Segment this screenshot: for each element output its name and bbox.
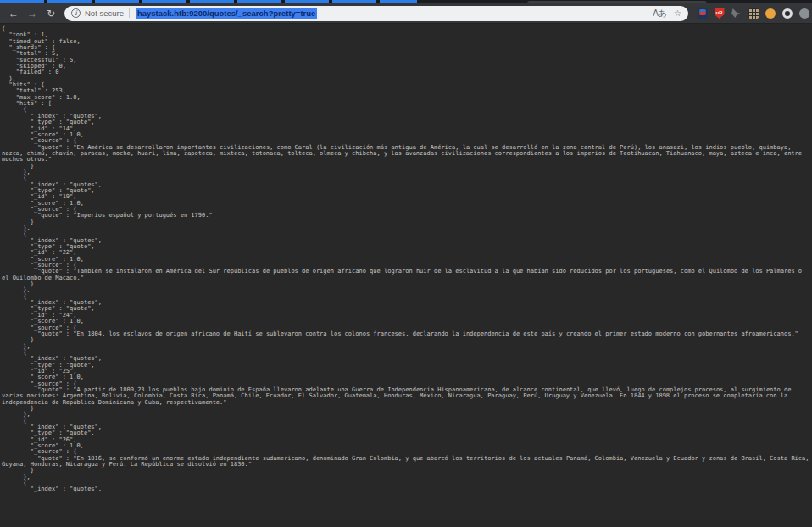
extension-pointer-icon[interactable] [731,8,742,19]
adblock-shield-icon[interactable]: uB [714,8,725,19]
extension-grid-icon[interactable] [748,8,759,19]
address-bar[interactable]: i Not secure haystack.htb:9200/quotes/_s… [64,6,688,21]
site-info-icon[interactable]: i [71,8,81,18]
tab-strip-pill [527,1,707,3]
page-viewport: { "took" : 1, "timed_out" : false, "_sha… [0,24,812,527]
json-response-body: { "took" : 1, "timed_out" : false, "_sha… [0,24,812,493]
extension-ring-icon[interactable] [781,8,793,19]
back-button[interactable]: ← [5,5,22,22]
tab-strip [0,0,812,3]
browser-toolbar: ← → ↻ i Not secure haystack.htb:9200/quo… [0,3,812,24]
reload-button[interactable]: ↻ [42,5,59,22]
tab-strip-tabs[interactable] [0,0,417,3]
extension-area: uB ⋮ [697,7,812,19]
bookmark-star-icon[interactable]: ☆ [674,8,681,18]
security-label: Not secure [85,8,124,18]
forward-button[interactable]: → [24,5,41,22]
extension-paw-icon[interactable] [798,8,809,19]
extension-mask-icon[interactable] [697,8,708,19]
extension-orange-circle-icon[interactable] [765,8,776,19]
url-text[interactable]: haystack.htb:9200/quotes/_search?pretty=… [136,8,317,19]
translate-icon[interactable]: Aあ [653,8,667,19]
omnibox-divider [129,8,130,18]
